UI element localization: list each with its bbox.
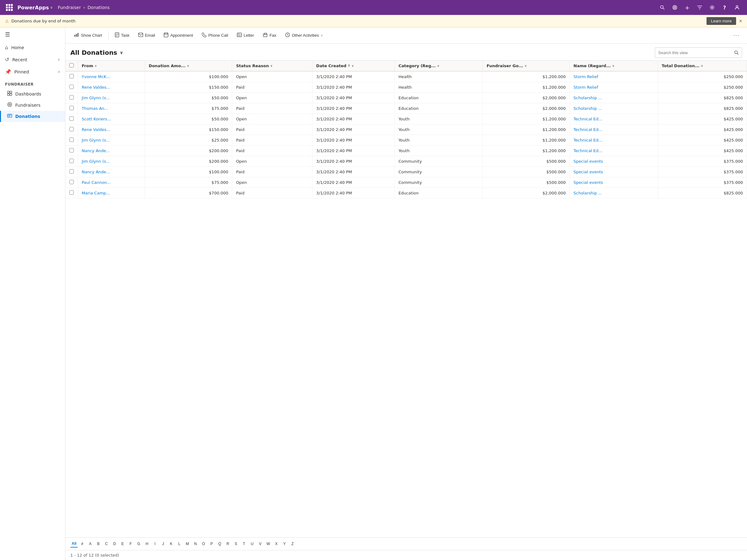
row-checkbox[interactable] xyxy=(70,159,74,163)
cell-name[interactable]: Special events xyxy=(570,156,658,167)
row-checkbox[interactable] xyxy=(70,148,74,153)
row-checkbox-cell[interactable] xyxy=(66,188,78,198)
alpha-btn-y[interactable]: Y xyxy=(281,540,288,548)
col-category[interactable]: Category (Reg... ∨ xyxy=(395,61,483,71)
alpha-btn-n[interactable]: N xyxy=(192,540,199,548)
breadcrumb-fundraiser[interactable]: Fundraiser xyxy=(58,5,81,10)
fax-button[interactable]: Fax xyxy=(259,31,280,40)
alpha-btn-t[interactable]: T xyxy=(240,540,248,548)
cell-name[interactable]: Scholarship ... xyxy=(570,188,658,198)
view-title-chevron-icon[interactable]: ∨ xyxy=(120,50,123,55)
alpha-btn-p[interactable]: P xyxy=(208,540,215,548)
plus-icon[interactable]: + xyxy=(682,2,692,12)
alpha-btn-s[interactable]: S xyxy=(232,540,240,548)
cell-name[interactable]: Special events xyxy=(570,177,658,188)
alpha-btn-j[interactable]: J xyxy=(159,540,167,548)
row-checkbox[interactable] xyxy=(70,85,74,89)
phone-call-button[interactable]: Phone Call xyxy=(198,31,232,40)
row-checkbox[interactable] xyxy=(70,137,74,142)
cell-name[interactable]: Technical Ed... xyxy=(570,125,658,135)
row-checkbox[interactable] xyxy=(70,74,74,78)
cell-from[interactable]: Scott Koners... xyxy=(78,114,145,125)
alpha-btn-e[interactable]: E xyxy=(119,540,126,548)
alpha-btn-i[interactable]: I xyxy=(151,540,159,548)
other-activities-button[interactable]: Other Activities ∨ xyxy=(281,30,327,40)
cell-from[interactable]: Paul Cannon... xyxy=(78,177,145,188)
show-chart-button[interactable]: Show Chart xyxy=(70,30,106,40)
sidebar-item-pinned[interactable]: 📌 Pinned ∨ xyxy=(0,65,65,78)
row-checkbox[interactable] xyxy=(70,106,74,110)
row-checkbox-cell[interactable] xyxy=(66,71,78,82)
search-input[interactable] xyxy=(655,49,731,57)
alpha-btn-g[interactable]: G xyxy=(135,540,143,548)
alpha-btn-w[interactable]: W xyxy=(264,540,272,548)
col-status[interactable]: Status Reason ∨ xyxy=(232,61,312,71)
row-checkbox[interactable] xyxy=(70,127,74,131)
row-checkbox-cell[interactable] xyxy=(66,103,78,114)
cell-name[interactable]: Storm Relief xyxy=(570,82,658,93)
cell-name[interactable]: Scholarship ... xyxy=(570,103,658,114)
cell-name[interactable]: Special events xyxy=(570,167,658,177)
waffle-menu[interactable] xyxy=(5,3,14,12)
task-button[interactable]: Task xyxy=(111,30,133,40)
cell-name[interactable]: Technical Ed... xyxy=(570,135,658,145)
row-checkbox[interactable] xyxy=(70,116,74,121)
row-checkbox[interactable] xyxy=(70,180,74,184)
alpha-btn-x[interactable]: X xyxy=(273,540,280,548)
alpha-btn-all[interactable]: All xyxy=(70,540,78,548)
alpha-btn-z[interactable]: Z xyxy=(289,540,296,548)
cell-from[interactable]: Maria Camp... xyxy=(78,188,145,198)
sidebar-item-donations[interactable]: Donations xyxy=(0,111,65,122)
select-all-checkbox[interactable] xyxy=(70,63,74,68)
alpha-btn-d[interactable]: D xyxy=(111,540,118,548)
learn-more-button[interactable]: Learn more xyxy=(706,17,736,25)
cell-from[interactable]: Rene Valdes... xyxy=(78,125,145,135)
sidebar-item-dashboards[interactable]: Dashboards xyxy=(0,88,65,100)
alpha-btn-m[interactable]: M xyxy=(184,540,191,548)
alpha-btn-o[interactable]: O xyxy=(200,540,207,548)
col-name[interactable]: Name (Regard... ∨ xyxy=(570,61,658,71)
more-button[interactable]: ··· xyxy=(731,31,742,40)
user-icon[interactable] xyxy=(732,2,742,12)
row-checkbox-cell[interactable] xyxy=(66,167,78,177)
row-checkbox[interactable] xyxy=(70,169,74,174)
cell-from[interactable]: Jim Glynn (s... xyxy=(78,135,145,145)
alpha-btn-c[interactable]: C xyxy=(103,540,110,548)
cell-from[interactable]: Yvonne McK... xyxy=(78,71,145,82)
app-name-chevron-icon[interactable]: ∨ xyxy=(50,5,53,10)
alpha-btn-u[interactable]: U xyxy=(248,540,256,548)
row-checkbox-cell[interactable] xyxy=(66,156,78,167)
sidebar-item-recent[interactable]: ↺ Recent ∨ xyxy=(0,54,65,65)
email-button[interactable]: Email xyxy=(134,31,159,40)
cell-name[interactable]: Scholarship ... xyxy=(570,93,658,103)
target-icon[interactable] xyxy=(670,2,680,12)
col-total[interactable]: Total Donation... ∨ xyxy=(658,61,747,71)
alpha-btn-f[interactable]: F xyxy=(127,540,134,548)
alpha-btn-b[interactable]: B xyxy=(95,540,102,548)
sidebar-item-fundraisers[interactable]: Fundraisers xyxy=(0,100,65,111)
alpha-btn-v[interactable]: V xyxy=(256,540,264,548)
cell-name[interactable]: Technical Ed... xyxy=(570,145,658,156)
help-icon[interactable]: ? xyxy=(720,2,729,12)
search-icon[interactable] xyxy=(658,2,667,12)
select-all-header[interactable] xyxy=(66,61,78,71)
alpha-btn-#[interactable]: # xyxy=(78,540,86,548)
cell-from[interactable]: Jim Glynn (s... xyxy=(78,93,145,103)
col-from[interactable]: From ∨ xyxy=(78,61,145,71)
filter-icon[interactable] xyxy=(695,2,705,12)
sidebar-hamburger-icon[interactable]: ☰ xyxy=(0,27,65,42)
notification-close-button[interactable]: × xyxy=(739,18,742,24)
row-checkbox-cell[interactable] xyxy=(66,125,78,135)
search-button[interactable] xyxy=(731,48,742,58)
cell-from[interactable]: Thomas An... xyxy=(78,103,145,114)
cell-from[interactable]: Nancy Ande... xyxy=(78,145,145,156)
col-amount[interactable]: Donation Amo... ∨ xyxy=(145,61,232,71)
cell-from[interactable]: Rene Valdes... xyxy=(78,82,145,93)
col-goal[interactable]: Fundraiser Go... ∨ xyxy=(483,61,570,71)
sidebar-item-home[interactable]: ⌂ Home xyxy=(0,42,65,54)
cell-name[interactable]: Storm Relief xyxy=(570,71,658,82)
cell-from[interactable]: Nancy Ande... xyxy=(78,167,145,177)
alpha-btn-a[interactable]: A xyxy=(86,540,94,548)
row-checkbox-cell[interactable] xyxy=(66,114,78,125)
letter-button[interactable]: Letter xyxy=(233,31,258,40)
